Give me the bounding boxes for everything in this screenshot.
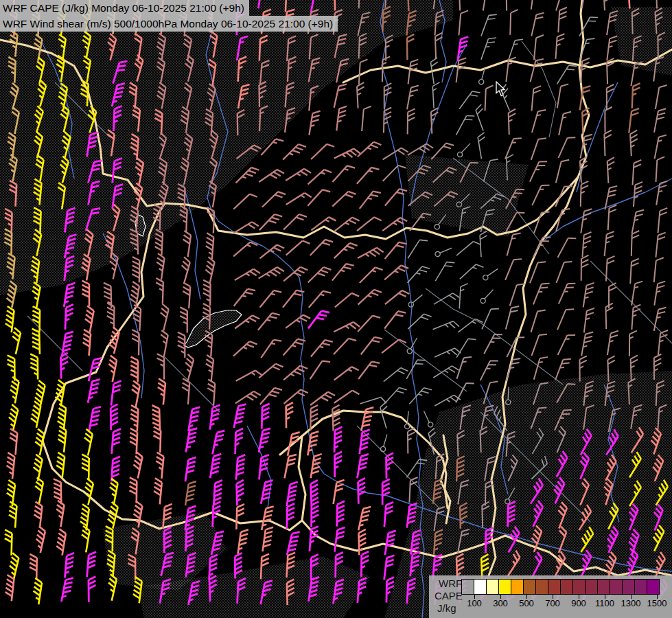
legend-model-label: WRF [439,577,462,589]
legend-color-box [474,579,487,595]
legend-tick-label: 100 [467,598,482,608]
title-bar-shear: WRF Wind shear (m/s) 500/1000hPa Monday … [0,16,338,32]
title-bar-cape: WRF CAPE (J/kg) Monday 06-10-2025 21:00 … [0,0,249,16]
map-canvas[interactable] [0,0,672,618]
legend-tick-label: 900 [571,598,586,608]
legend-color-box [560,579,573,595]
legend-color-box [622,579,635,595]
legend-tick-label: 1300 [621,598,641,608]
legend-color-box [535,579,548,595]
legend-color-box [597,579,610,595]
legend-color-box [610,579,623,595]
title-shear-text: WRF Wind shear (m/s) 500/1000hPa Monday … [3,18,333,30]
legend-variable-label: CAPE [435,590,463,602]
legend-tick-label: 300 [493,598,508,608]
legend-color-box [523,579,536,595]
legend-tick-label: 700 [545,598,560,608]
legend-color-box [511,579,524,595]
legend-color-box [461,579,474,595]
legend-color-box [585,579,598,595]
cape-legend: WRF CAPE J/kg 10030050070090011001300150… [429,575,672,618]
legend-unit-label: J/kg [437,602,456,614]
legend-tick-label: 1100 [595,598,614,608]
legend-color-box [498,579,511,595]
legend-color-box [548,579,561,595]
legend-color-box [486,579,499,595]
weather-map-viewer: WRF CAPE (J/kg) Monday 06-10-2025 21:00 … [0,0,672,618]
legend-tick-label: 500 [519,598,534,608]
legend-color-box [647,579,660,595]
title-cape-text: WRF CAPE (J/kg) Monday 06-10-2025 21:00 … [3,2,244,14]
legend-tick-label: 1500 [647,598,667,608]
wind-barb-layer [0,0,672,618]
legend-colorbar [461,579,660,595]
legend-color-box [572,579,586,595]
legend-color-box [634,579,647,595]
